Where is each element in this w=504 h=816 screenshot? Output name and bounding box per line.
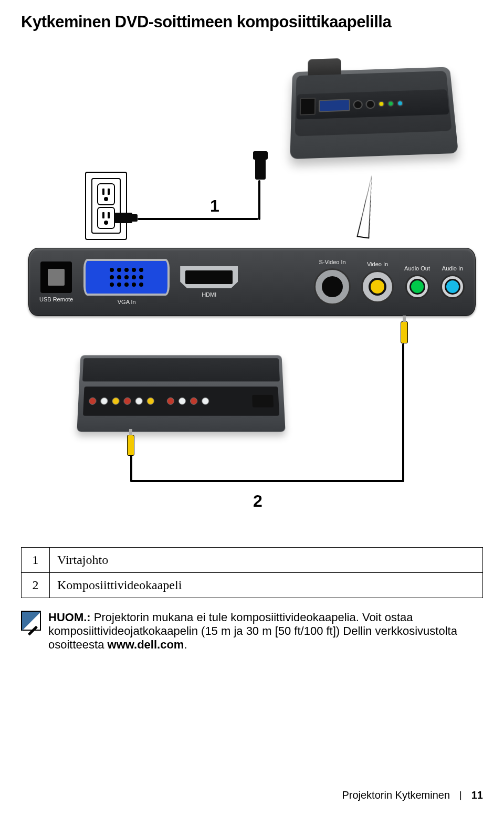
composite-cable-segment bbox=[402, 343, 404, 482]
port-svideo-in: S-Video In bbox=[314, 259, 351, 305]
page-title: Kytkeminen DVD-soittimeen komposiittikaa… bbox=[21, 13, 483, 32]
note-icon bbox=[21, 611, 41, 631]
legend-table: 1 Virtajohto 2 Komposiittivideokaapeli bbox=[21, 547, 483, 598]
hdmi-port-icon bbox=[180, 266, 238, 288]
composite-cable-segment bbox=[130, 480, 404, 482]
rca-video-port-icon bbox=[361, 270, 394, 303]
note-body-end: . bbox=[184, 638, 187, 651]
connection-diagram: 1 USB Remote VGA In HDMI S-Video In Vide… bbox=[21, 38, 483, 542]
dvd-player-illustration bbox=[79, 354, 284, 432]
composite-plug-dvd-end bbox=[127, 435, 134, 456]
port-hdmi: HDMI bbox=[180, 266, 238, 298]
projector-illustration bbox=[278, 54, 467, 169]
footer-page-number: 11 bbox=[471, 789, 483, 801]
wall-outlet bbox=[85, 172, 127, 240]
legend-num: 2 bbox=[22, 573, 50, 598]
callout-1: 1 bbox=[210, 196, 219, 216]
pointer-triangle bbox=[356, 174, 377, 238]
audio-in-jack-icon bbox=[440, 275, 465, 299]
port-video-in: Video In bbox=[361, 261, 394, 303]
note-block: HUOM.: Projektorin mukana ei tule kompos… bbox=[21, 611, 483, 652]
table-row: 2 Komposiittivideokaapeli bbox=[22, 573, 483, 598]
legend-label: Virtajohto bbox=[50, 548, 483, 573]
usb-b-port-icon bbox=[40, 261, 72, 293]
note-text: HUOM.: Projektorin mukana ei tule kompos… bbox=[48, 611, 483, 652]
power-connector-iec bbox=[255, 159, 266, 180]
audio-out-jack-icon bbox=[405, 275, 429, 299]
port-vga-in: VGA In bbox=[83, 259, 170, 305]
table-row: 1 Virtajohto bbox=[22, 548, 483, 573]
port-audio-in: Audio In bbox=[440, 265, 465, 299]
vga-port-icon bbox=[83, 259, 170, 296]
note-lead: HUOM.: bbox=[48, 611, 91, 624]
port-audio-out: Audio Out bbox=[404, 265, 430, 299]
projector-rear-panel: USB Remote VGA In HDMI S-Video In Video … bbox=[28, 248, 476, 316]
legend-num: 1 bbox=[22, 548, 50, 573]
callout-2: 2 bbox=[253, 491, 262, 511]
composite-plug-projector-end bbox=[401, 321, 408, 343]
port-usb-remote: USB Remote bbox=[39, 261, 73, 302]
footer-separator: | bbox=[459, 790, 462, 801]
page-footer: Projektorin Kytkeminen | 11 bbox=[342, 789, 483, 801]
power-cable bbox=[125, 212, 267, 227]
footer-section: Projektorin Kytkeminen bbox=[342, 789, 450, 801]
note-link: www.dell.com bbox=[108, 638, 184, 651]
legend-label: Komposiittivideokaapeli bbox=[50, 573, 483, 598]
svideo-port-icon bbox=[314, 268, 351, 305]
